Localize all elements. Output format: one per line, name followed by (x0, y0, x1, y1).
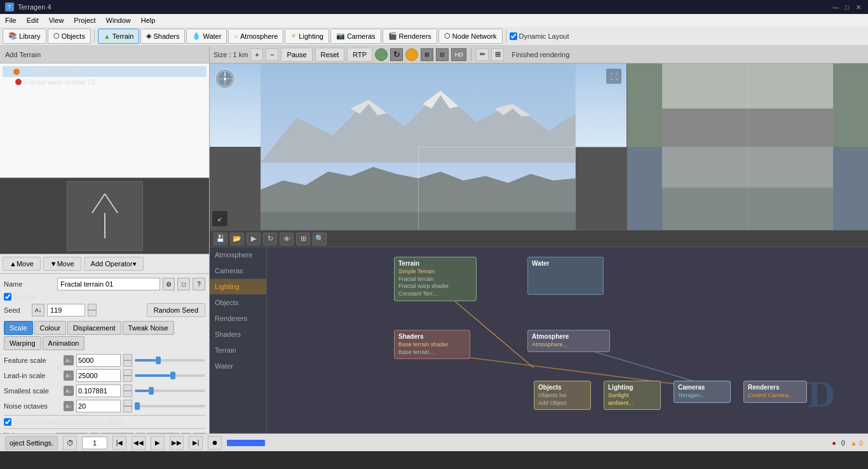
node-frame-btn[interactable]: ⊞ (296, 233, 310, 245)
clock-btn[interactable]: ⏱ (63, 436, 77, 450)
tree-item-fractal-terrain[interactable]: ⊕ Fractal terrain 01 (3, 66, 207, 77)
node-renderers[interactable]: Renderers Control Camera... (743, 381, 807, 403)
minimize-button[interactable]: — (831, 3, 840, 11)
seed-down[interactable]: ▼ (88, 310, 97, 316)
node-cameras[interactable]: Cameras Terragen... (674, 381, 731, 403)
tab-warping[interactable]: Warping (4, 336, 41, 350)
node-zoom-btn[interactable]: 🔍 (313, 233, 327, 245)
random-seed-button[interactable]: Random Seed (147, 303, 205, 317)
enable-checkbox[interactable] (4, 293, 11, 301)
plus-btn[interactable]: + (250, 48, 263, 61)
node-cat-objects[interactable]: Objects (210, 295, 266, 311)
stretch-x-stepper[interactable]: ▲ ▼ (90, 433, 99, 433)
seed-input[interactable] (47, 304, 85, 316)
frame-next-btn[interactable]: ▶▶ (170, 436, 184, 450)
feature-scale-track[interactable] (135, 359, 205, 362)
frame-prev-btn[interactable]: ◀◀ (132, 436, 146, 450)
frame-start-btn[interactable]: |◀ (112, 436, 126, 450)
render-orange-btn[interactable] (405, 48, 418, 61)
lead-in-down[interactable]: ▼ (123, 376, 132, 382)
node-open-btn[interactable]: 📂 (230, 233, 244, 245)
settings-icon-btn[interactable]: ⚙ (163, 278, 175, 290)
noise-thumb[interactable] (135, 402, 140, 410)
tool-pencil[interactable]: ✏ (476, 48, 489, 61)
smoothing-checkbox[interactable] (4, 418, 11, 426)
frame-input[interactable] (82, 437, 107, 449)
lead-in-stepper[interactable]: ▲ ▼ (123, 369, 132, 382)
feature-scale-stepper[interactable]: ▲ ▼ (123, 354, 132, 367)
play-btn[interactable]: ▶ (151, 436, 165, 450)
record-btn[interactable]: ⏺ (208, 436, 222, 450)
noise-stretch-y[interactable] (102, 433, 133, 433)
feature-down[interactable]: ▼ (123, 360, 132, 367)
menu-view[interactable]: View (44, 14, 69, 27)
seed-icon-btn[interactable]: A↓ (32, 304, 44, 316)
toolbar-renderers[interactable]: 🎬 Renderers (383, 29, 437, 44)
menu-file[interactable]: File (0, 14, 22, 27)
smallest-input[interactable] (76, 384, 121, 397)
close-button[interactable]: ✕ (854, 3, 863, 11)
menu-edit[interactable]: Edit (22, 14, 44, 27)
tab-colour[interactable]: Colour (34, 321, 66, 335)
move-up-button[interactable]: ▲ Move (3, 257, 41, 271)
smallest-up[interactable]: ▲ (123, 384, 132, 391)
stretch-lock-btn[interactable]: 🔒 (193, 433, 205, 433)
node-shaders[interactable]: Shaders Base terrain shader Base terrain… (394, 330, 470, 359)
node-objects[interactable]: Objects Objects list Add Object (534, 381, 591, 410)
node-render-btn[interactable]: ▶ (247, 233, 261, 245)
toolbar-terrain[interactable]: ▲ Terrain (98, 29, 140, 44)
noise-octaves-stepper[interactable]: ▲ ▼ (123, 400, 132, 412)
seed-up[interactable]: ▲ (88, 304, 97, 310)
stretch-z-stepper[interactable]: ▲ ▼ (182, 433, 191, 433)
maximize-button[interactable]: □ (843, 3, 851, 11)
settings-btn[interactable]: oject Settings. (5, 436, 58, 450)
smallest-down[interactable]: ▼ (123, 391, 132, 397)
tab-tweak-noise[interactable]: Tweak Noise (123, 321, 174, 335)
pause-button[interactable]: Pause (281, 48, 312, 62)
smallest-stepper[interactable]: ▲ ▼ (123, 384, 132, 397)
lead-in-track[interactable] (135, 374, 205, 377)
node-water[interactable]: Water (527, 257, 604, 295)
move-down-button[interactable]: ▼ Move (43, 257, 81, 271)
node-cat-renderers[interactable]: Renderers (210, 311, 266, 327)
smallest-thumb[interactable] (149, 387, 154, 395)
minus-btn[interactable]: − (266, 48, 278, 61)
node-cat-cameras[interactable]: Cameras (210, 263, 266, 279)
rtp-button[interactable]: RTP (347, 48, 372, 62)
tab-scale[interactable]: Scale (4, 321, 33, 335)
node-save-btn[interactable]: 💾 (214, 233, 227, 245)
titlebar-controls[interactable]: — □ ✕ (831, 3, 863, 11)
node-eye-btn[interactable]: 👁 (280, 233, 294, 245)
menu-help[interactable]: Help (136, 14, 161, 27)
node-cat-water[interactable]: Water (210, 358, 266, 374)
seed-stepper[interactable]: ▲ ▼ (88, 304, 97, 316)
toolbar-node-network[interactable]: ⬡ Node Network (438, 29, 503, 44)
noise-octaves-input[interactable] (76, 400, 121, 412)
toolbar-atmosphere[interactable]: ○ Atmosphere (228, 29, 283, 44)
render-cycle-btn[interactable]: ↻ (390, 48, 403, 61)
toolbar-lighting[interactable]: ☀ Lighting (285, 29, 329, 44)
frame-end-btn[interactable]: ▶| (189, 436, 203, 450)
feature-scale-thumb[interactable] (156, 357, 161, 364)
node-atmosphere[interactable]: Atmosphere Atmosphere... (527, 330, 610, 352)
node-terrain[interactable]: Terrain Simple Terrain Fractal terrain F… (394, 257, 477, 301)
add-operator-button[interactable]: Add Operator ▾ (84, 257, 144, 271)
node-refresh-btn[interactable]: ↻ (263, 233, 277, 245)
stretch-y-stepper[interactable]: ▲ ▼ (136, 433, 145, 433)
help-btn[interactable]: ? (193, 278, 205, 290)
tab-animation[interactable]: Animation (43, 336, 85, 350)
toolbar-water[interactable]: 💧 Water (186, 29, 227, 44)
menu-project[interactable]: Project (69, 14, 100, 27)
node-cat-terrain[interactable]: Terrain (210, 343, 266, 358)
menu-window[interactable]: Window (101, 14, 136, 27)
tree-item-fractal-warp[interactable]: Fractal warp shader 01 (3, 77, 207, 87)
reset-button[interactable]: Reset (315, 48, 345, 62)
dynamic-layout-toggle[interactable]: Dynamic Layout (510, 32, 569, 40)
noise-octaves-track[interactable] (135, 405, 205, 407)
copy-btn[interactable]: □ (177, 278, 190, 290)
feature-scale-input[interactable] (76, 354, 121, 367)
tool-grid[interactable]: ⊞ (491, 48, 504, 61)
noise-up[interactable]: ▲ (123, 400, 132, 406)
render-tool1[interactable]: ⊞ (421, 48, 433, 61)
smallest-track[interactable] (135, 390, 205, 392)
